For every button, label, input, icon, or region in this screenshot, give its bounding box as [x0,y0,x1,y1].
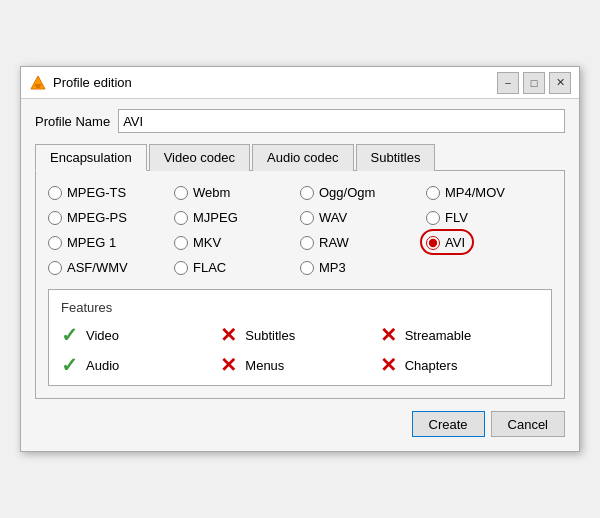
dialog-content: Profile Name Encapsulation Video codec A… [21,99,579,451]
vlc-icon [29,74,47,92]
option-ogg-ogm[interactable]: Ogg/Ogm [300,185,426,200]
svg-rect-2 [36,86,40,88]
title-buttons: − □ ✕ [497,72,571,94]
dialog-window: Profile edition − □ ✕ Profile Name Encap… [20,66,580,452]
option-webm[interactable]: Webm [174,185,300,200]
cross-icon-menus: ✕ [220,355,237,375]
option-raw[interactable]: RAW [300,235,426,250]
features-title: Features [61,300,539,315]
feature-audio: ✓ Audio [61,355,220,375]
tab-audio-codec[interactable]: Audio codec [252,144,354,171]
profile-name-input[interactable] [118,109,565,133]
cancel-button[interactable]: Cancel [491,411,565,437]
option-mkv[interactable]: MKV [174,235,300,250]
feature-video: ✓ Video [61,325,220,345]
encapsulation-options: MPEG-TS Webm Ogg/Ogm MP4/MOV MPEG- [48,185,552,275]
feature-subtitles: ✕ Subtitles [220,325,379,345]
option-mpeg1[interactable]: MPEG 1 [48,235,174,250]
feature-chapters: ✕ Chapters [380,355,539,375]
option-avi[interactable]: AVI [426,235,552,250]
tab-subtitles[interactable]: Subtitles [356,144,436,171]
check-icon-video: ✓ [61,325,78,345]
option-wav[interactable]: WAV [300,210,426,225]
option-asf-wmv[interactable]: ASF/WMV [48,260,174,275]
feature-streamable-label: Streamable [405,328,471,343]
create-button[interactable]: Create [412,411,485,437]
option-mpeg-ps[interactable]: MPEG-PS [48,210,174,225]
features-box: Features ✓ Video ✕ Subtitles ✕ [48,289,552,386]
option-mjpeg[interactable]: MJPEG [174,210,300,225]
check-icon-audio: ✓ [61,355,78,375]
cross-icon-streamable: ✕ [380,325,397,345]
feature-menus-label: Menus [245,358,284,373]
tabs-bar: Encapsulation Video codec Audio codec Su… [35,143,565,171]
tab-video-codec[interactable]: Video codec [149,144,250,171]
feature-streamable: ✕ Streamable [380,325,539,345]
option-flv[interactable]: FLV [426,210,552,225]
tab-content-encapsulation: MPEG-TS Webm Ogg/Ogm MP4/MOV MPEG- [35,171,565,399]
title-bar-left: Profile edition [29,74,132,92]
close-button[interactable]: ✕ [549,72,571,94]
cross-icon-subtitles: ✕ [220,325,237,345]
title-bar: Profile edition − □ ✕ [21,67,579,99]
bottom-buttons: Create Cancel [35,411,565,437]
feature-chapters-label: Chapters [405,358,458,373]
option-mp4-mov[interactable]: MP4/MOV [426,185,552,200]
option-flac[interactable]: FLAC [174,260,300,275]
svg-rect-1 [35,84,41,86]
option-mpeg-ts[interactable]: MPEG-TS [48,185,174,200]
feature-video-label: Video [86,328,119,343]
feature-subtitles-label: Subtitles [245,328,295,343]
tab-encapsulation[interactable]: Encapsulation [35,144,147,171]
profile-name-row: Profile Name [35,109,565,133]
window-title: Profile edition [53,75,132,90]
feature-menus: ✕ Menus [220,355,379,375]
features-grid: ✓ Video ✕ Subtitles ✕ Streamable [61,325,539,375]
minimize-button[interactable]: − [497,72,519,94]
profile-name-label: Profile Name [35,114,110,129]
maximize-button[interactable]: □ [523,72,545,94]
cross-icon-chapters: ✕ [380,355,397,375]
feature-audio-label: Audio [86,358,119,373]
option-mp3[interactable]: MP3 [300,260,426,275]
